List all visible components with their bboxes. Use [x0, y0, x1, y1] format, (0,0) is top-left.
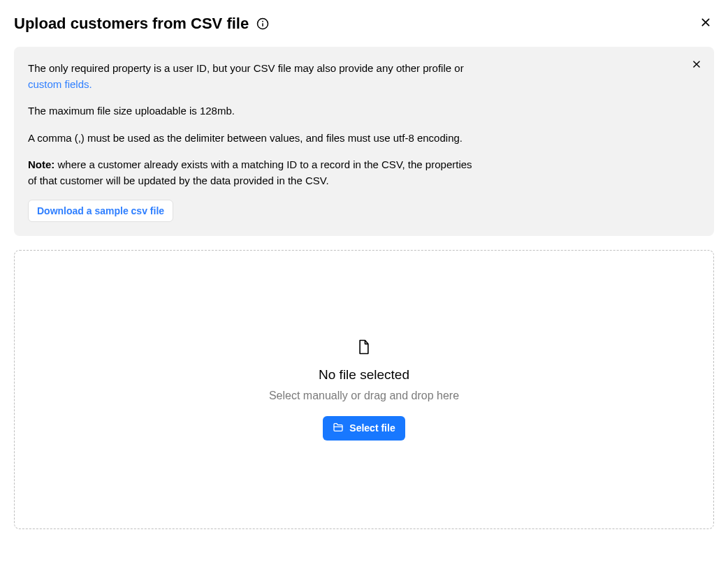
info-para-1-text: The only required property is a user ID,…	[28, 62, 464, 74]
dropzone-subtitle: Select manually or drag and drop here	[269, 390, 459, 402]
svg-point-1	[262, 20, 263, 22]
note-label: Note:	[28, 158, 54, 170]
info-para-2: The maximum file size uploadable is 128m…	[28, 103, 475, 119]
close-panel-button[interactable]	[689, 57, 704, 74]
file-dropzone[interactable]: No file selected Select manually or drag…	[14, 250, 714, 529]
info-panel: The only required property is a user ID,…	[14, 47, 714, 236]
folder-icon	[333, 422, 344, 435]
info-para-1: The only required property is a user ID,…	[28, 61, 475, 92]
close-icon	[692, 59, 701, 71]
download-sample-button[interactable]: Download a sample csv file	[28, 200, 173, 222]
dialog-header: Upload customers from CSV file	[14, 14, 714, 33]
info-text: The only required property is a user ID,…	[28, 61, 475, 188]
select-file-label: Select file	[349, 422, 395, 434]
info-para-4: Note: where a customer already exists wi…	[28, 157, 475, 188]
close-icon	[700, 17, 711, 30]
header-left: Upload customers from CSV file	[14, 15, 270, 33]
file-icon	[358, 339, 370, 357]
close-dialog-button[interactable]	[697, 14, 714, 33]
dropzone-title: No file selected	[319, 367, 409, 383]
info-icon[interactable]	[256, 17, 270, 31]
page-title: Upload customers from CSV file	[14, 15, 249, 33]
info-para-4-text: where a customer already exists with a m…	[28, 158, 472, 186]
select-file-button[interactable]: Select file	[323, 416, 405, 441]
info-para-3: A comma (,) must be used as the delimite…	[28, 131, 475, 147]
custom-fields-link[interactable]: custom fields.	[28, 78, 92, 90]
